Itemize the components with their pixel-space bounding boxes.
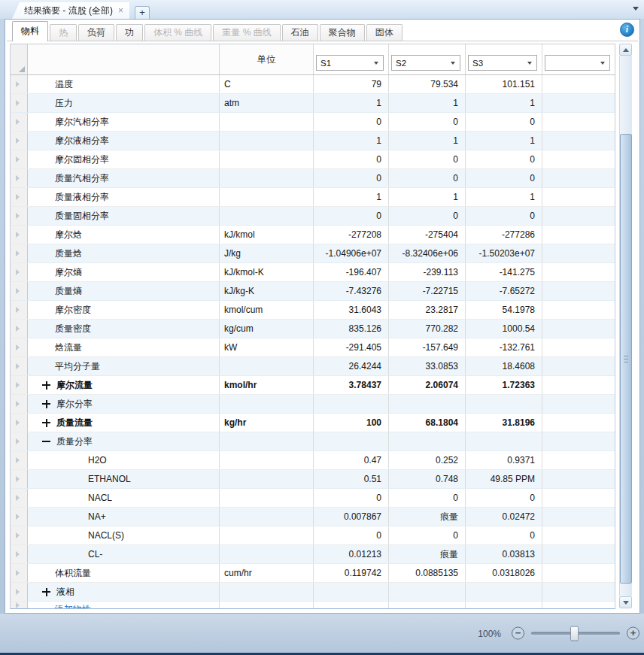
cell-value[interactable]: 23.2817 xyxy=(389,301,466,319)
cell-empty[interactable] xyxy=(542,376,615,394)
cell-value[interactable]: 0.252 xyxy=(389,451,466,469)
cell-value[interactable]: -291.405 xyxy=(314,338,389,356)
row-selector[interactable] xyxy=(11,94,28,112)
row-selector[interactable] xyxy=(11,564,28,582)
cell-value[interactable]: 0.0318026 xyxy=(466,564,542,582)
cell-value[interactable] xyxy=(466,432,542,450)
cell-empty[interactable] xyxy=(542,263,615,281)
row-selector[interactable] xyxy=(11,357,28,375)
cell-value[interactable]: 0 xyxy=(389,526,466,544)
cell-value[interactable]: -8.32406e+06 xyxy=(389,244,466,262)
cell-empty[interactable] xyxy=(542,489,615,507)
cell-value[interactable]: -275404 xyxy=(389,226,466,244)
cell-empty[interactable] xyxy=(542,451,615,469)
cell-empty[interactable] xyxy=(542,357,615,375)
cell-value[interactable]: 0 xyxy=(466,526,542,544)
collapse-icon[interactable] xyxy=(42,438,50,446)
cell-value[interactable]: 0 xyxy=(314,207,389,225)
cell-value[interactable]: 0 xyxy=(314,169,389,187)
zoom-slider[interactable] xyxy=(531,632,620,635)
scrollbar-up-button[interactable] xyxy=(619,44,632,56)
cell-value[interactable]: 33.0853 xyxy=(389,357,466,375)
zoom-in-icon[interactable]: + xyxy=(627,627,639,640)
cell-value[interactable]: 18.4608 xyxy=(466,357,542,375)
cell-empty[interactable] xyxy=(542,188,615,206)
tab-solids[interactable]: 固体 xyxy=(366,24,402,41)
cell-value[interactable]: 68.1804 xyxy=(389,414,466,432)
stream-selector-combo[interactable]: S2 xyxy=(391,55,460,71)
cell-value[interactable]: 49.85 PPM xyxy=(466,470,542,488)
row-selector[interactable] xyxy=(11,451,28,469)
stream-selector-combo[interactable]: S3 xyxy=(468,55,537,71)
cell-value[interactable]: 0.748 xyxy=(389,470,466,488)
cell-empty[interactable] xyxy=(542,132,615,150)
cell-value[interactable]: 0 xyxy=(389,489,466,507)
cell-value[interactable]: 0 xyxy=(314,526,389,544)
cell-empty[interactable] xyxy=(542,207,615,225)
row-selector[interactable] xyxy=(11,188,28,206)
cell-empty[interactable] xyxy=(542,226,615,244)
cell-value[interactable]: 0 xyxy=(389,207,466,225)
cell-empty[interactable] xyxy=(542,113,615,131)
cell-value[interactable]: 0 xyxy=(466,113,542,131)
cell-value[interactable]: -7.22715 xyxy=(389,282,466,300)
cell-empty[interactable] xyxy=(542,470,615,488)
cell-value[interactable]: -7.43276 xyxy=(314,282,389,300)
scrollbar-track[interactable] xyxy=(619,56,632,596)
cell-empty[interactable] xyxy=(542,564,615,582)
row-selector[interactable] xyxy=(11,320,28,338)
add-properties-link[interactable]: 添加物性 xyxy=(28,602,220,608)
row-selector[interactable] xyxy=(11,583,28,601)
cell-value[interactable]: -141.275 xyxy=(466,263,542,281)
cell-empty[interactable] xyxy=(542,338,615,356)
cell-empty[interactable] xyxy=(542,75,615,93)
cell-value[interactable] xyxy=(314,583,389,601)
cell-value[interactable]: 0 xyxy=(389,169,466,187)
cell-value[interactable]: 0.02472 xyxy=(466,508,542,526)
cell-value[interactable]: 54.1978 xyxy=(466,301,542,319)
row-selector[interactable] xyxy=(11,169,28,187)
cell-value[interactable]: 31.6043 xyxy=(314,301,389,319)
cell-value[interactable]: 0 xyxy=(466,150,542,168)
row-selector[interactable] xyxy=(11,282,28,300)
cell-value[interactable] xyxy=(389,432,466,450)
cell-value[interactable]: 0 xyxy=(466,169,542,187)
cell-empty[interactable] xyxy=(542,414,615,432)
row-selector[interactable] xyxy=(11,545,28,563)
cell-value[interactable]: 1.72363 xyxy=(466,376,542,394)
cell-value[interactable]: 1 xyxy=(466,132,542,150)
cell-value[interactable]: 0 xyxy=(314,150,389,168)
cell-empty[interactable] xyxy=(542,320,615,338)
cell-value[interactable]: 100 xyxy=(314,414,389,432)
cell-value[interactable]: 1000.54 xyxy=(466,320,542,338)
zoom-slider-thumb[interactable] xyxy=(570,626,579,641)
scrollbar-down-button[interactable] xyxy=(619,596,632,608)
cell-empty[interactable] xyxy=(542,244,615,262)
expand-icon[interactable] xyxy=(42,381,50,390)
cell-value[interactable]: -157.649 xyxy=(389,338,466,356)
row-selector[interactable] xyxy=(11,244,28,262)
row-selector[interactable] xyxy=(11,263,28,281)
zoom-out-icon[interactable]: − xyxy=(512,627,524,640)
row-selector[interactable] xyxy=(11,432,28,450)
cell-value[interactable]: 0.119742 xyxy=(314,564,389,582)
cell-value[interactable]: 0.01213 xyxy=(314,545,389,563)
close-icon[interactable]: × xyxy=(118,6,123,15)
cell-value[interactable]: 0 xyxy=(389,113,466,131)
document-tab[interactable]: 结果摘要 - 流股 (全部) × xyxy=(12,2,129,19)
cell-value[interactable] xyxy=(314,395,389,413)
cell-value[interactable]: -277208 xyxy=(314,226,389,244)
row-selector[interactable] xyxy=(11,150,28,168)
cell-value[interactable]: 1 xyxy=(314,132,389,150)
row-selector[interactable] xyxy=(11,338,28,356)
tab-polymers[interactable]: 聚合物 xyxy=(320,24,365,41)
cell-value[interactable]: 1 xyxy=(389,94,466,112)
row-selector[interactable] xyxy=(11,508,28,526)
cell-value[interactable]: 2.06074 xyxy=(389,376,466,394)
cell-value[interactable]: 79.534 xyxy=(389,75,466,93)
row-selector[interactable] xyxy=(11,395,28,413)
cell-value[interactable]: -1.04906e+07 xyxy=(314,244,389,262)
tab-work[interactable]: 功 xyxy=(116,24,143,41)
vertical-scrollbar[interactable] xyxy=(619,44,632,608)
cell-value[interactable] xyxy=(466,583,542,601)
